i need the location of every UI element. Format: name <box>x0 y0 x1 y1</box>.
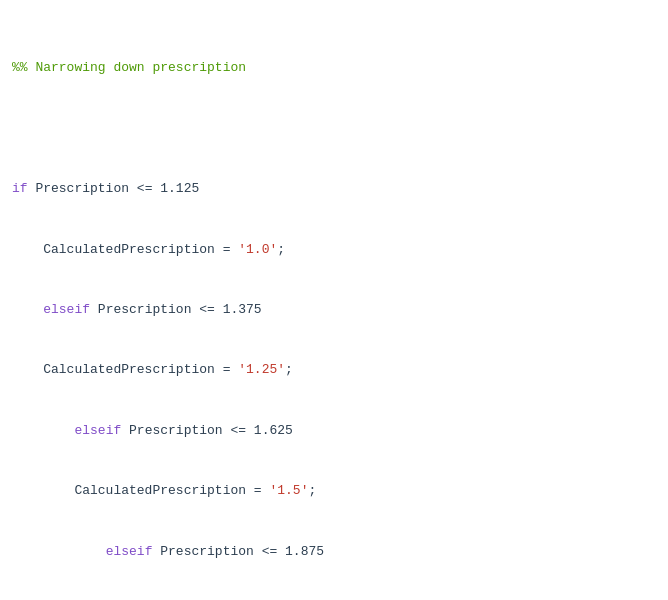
elseif-line-3: elseif Prescription <= 1.875 <box>12 542 656 562</box>
code-block: %% Narrowing down prescription if Prescr… <box>0 10 668 600</box>
elseif-line-2: elseif Prescription <= 1.625 <box>12 421 656 441</box>
assign-line-2: CalculatedPrescription = '1.25'; <box>12 360 656 380</box>
assign-line-1: CalculatedPrescription = '1.0'; <box>12 240 656 260</box>
blank-line-1 <box>12 119 656 139</box>
assign-line-3: CalculatedPrescription = '1.5'; <box>12 481 656 501</box>
if-line: if Prescription <= 1.125 <box>12 179 656 199</box>
comment-line: %% Narrowing down prescription <box>12 58 656 78</box>
elseif-line-1: elseif Prescription <= 1.375 <box>12 300 656 320</box>
